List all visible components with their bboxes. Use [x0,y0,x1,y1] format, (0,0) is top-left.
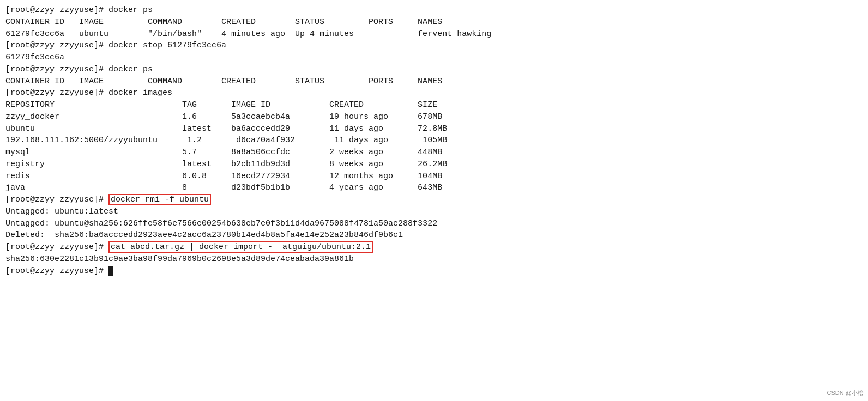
line-8: [root@zzyy zzyyuse]# docker images [5,87,863,99]
line-5: 61279fc3cc6a [5,52,863,64]
line-21: [root@zzyy zzyyuse]# cat abcd.tar.gz | d… [5,241,863,253]
highlighted-command-import: cat abcd.tar.gz | docker import - atguig… [108,241,373,253]
line-17-pre: [root@zzyy zzyyuse]# [5,195,108,204]
line-16: java 8 d23bdf5b1b1b 4 years ago 643MB [5,182,863,194]
line-15: redis 6.0.8 16ecd2772934 12 months ago 1… [5,171,863,183]
line-6: [root@zzyy zzyyuse]# docker ps [5,64,863,76]
line-22: sha256:630e2281c13b91c9ae3ba98f99da7969b… [5,253,863,265]
watermark-text: CSDN @小松 [827,389,864,398]
line-19: Untagged: ubuntu@sha256:626ffe58f6e7566e… [5,218,863,230]
line-17: [root@zzyy zzyyuse]# docker rmi -f ubunt… [5,194,863,206]
line-10: zzyy_docker 1.6 5a3ccaebcb4a 19 hours ag… [5,111,863,123]
line-13: mysql 5.7 8a8a506ccfdc 2 weeks ago 448MB [5,147,863,159]
line-21-pre: [root@zzyy zzyyuse]# [5,242,108,252]
line-11: ubuntu latest ba6acccedd29 11 days ago 7… [5,123,863,135]
line-12: 192.168.111.162:5000/zzyyubuntu 1.2 d6ca… [5,135,863,147]
cursor [108,266,113,276]
line-3: 61279fc3cc6a ubuntu "/bin/bash" 4 minute… [5,28,863,40]
terminal-window: [root@zzyy zzyyuse]# docker ps CONTAINER… [5,4,863,397]
line-1: [root@zzyy zzyyuse]# docker ps [5,4,863,16]
line-4: [root@zzyy zzyyuse]# docker stop 61279fc… [5,40,863,52]
line-2: CONTAINER ID IMAGE COMMAND CREATED STATU… [5,16,863,28]
line-20: Deleted: sha256:ba6acccedd2923aee4c2acc6… [5,229,863,241]
highlighted-command-rmi: docker rmi -f ubuntu [108,194,211,205]
line-7: CONTAINER ID IMAGE COMMAND CREATED STATU… [5,76,863,88]
line-14: registry latest b2cb11db9d3d 8 weeks ago… [5,159,863,171]
line-18: Untagged: ubuntu:latest [5,206,863,218]
line-23: [root@zzyy zzyyuse]# [5,265,863,277]
line-9: REPOSITORY TAG IMAGE ID CREATED SIZE [5,99,863,111]
